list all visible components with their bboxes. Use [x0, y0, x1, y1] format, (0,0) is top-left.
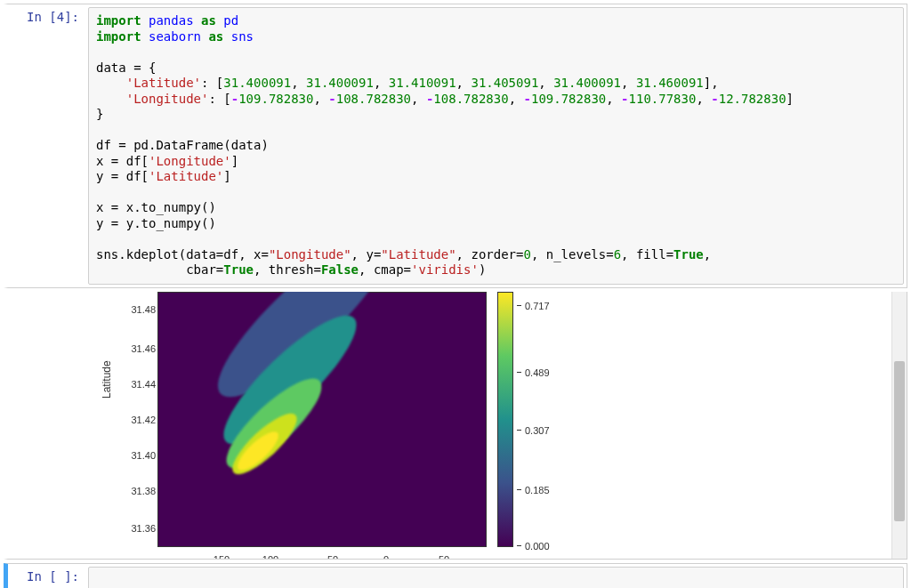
- y-tick: 31.42: [122, 415, 156, 425]
- x-tick: 100: [253, 554, 288, 559]
- cbar-tick: 0.185: [517, 485, 550, 495]
- cbar-tick: 0.717: [517, 301, 550, 311]
- output-body: Latitude 31.36 31.38 31.40 31.42 31.44 3…: [88, 292, 907, 559]
- y-tick: 31.38: [122, 486, 156, 496]
- input-prompt: In [ ]:: [8, 564, 88, 589]
- x-tick: 0: [368, 554, 404, 559]
- x-tick: 150: [204, 554, 239, 559]
- y-tick: 31.46: [122, 343, 156, 354]
- cbar-tick: 0.489: [517, 367, 550, 378]
- y-tick: 31.36: [122, 523, 156, 534]
- y-tick: 31.48: [122, 304, 156, 315]
- plot-axes: [157, 292, 487, 547]
- x-tick: 50: [426, 554, 462, 559]
- code-cell-1[interactable]: In [4]: import pandas as pd import seabo…: [4, 4, 907, 288]
- input-prompt: In [4]:: [8, 4, 88, 287]
- kde-plot: Latitude 31.36 31.38 31.40 31.42 31.44 3…: [97, 292, 586, 559]
- code-editor[interactable]: import pandas as pd import seaborn as sn…: [88, 7, 904, 285]
- cbar-tick: 0.000: [517, 541, 550, 552]
- colorbar: [497, 292, 513, 547]
- y-tick: 31.44: [122, 379, 156, 390]
- code-content[interactable]: import pandas as pd import seaborn as sn…: [96, 13, 896, 278]
- scrollbar-thumb[interactable]: [894, 361, 905, 521]
- y-axis-label: Latitude: [101, 360, 113, 399]
- x-tick: 50: [315, 554, 351, 559]
- output-cell-1: Latitude 31.36 31.38 31.40 31.42 31.44 3…: [4, 292, 907, 560]
- cbar-tick: 0.307: [517, 425, 550, 436]
- code-cell-2[interactable]: In [ ]:: [4, 563, 907, 589]
- output-scrollbar[interactable]: [891, 292, 907, 559]
- code-editor-empty[interactable]: [88, 567, 904, 589]
- output-prompt: [8, 292, 88, 559]
- y-tick: 31.40: [122, 450, 156, 461]
